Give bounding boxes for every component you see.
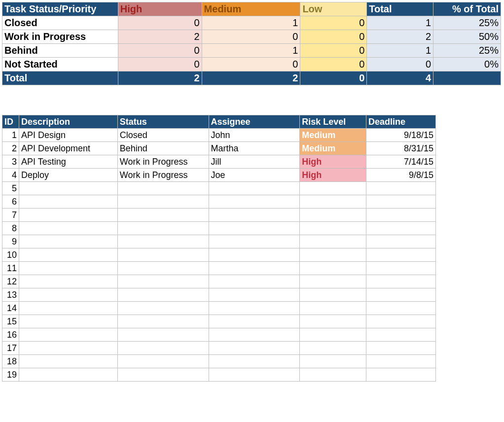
cell[interactable] xyxy=(300,209,366,222)
task-risk[interactable]: Medium xyxy=(300,142,366,155)
col-assignee[interactable]: Assignee xyxy=(209,115,300,129)
task-deadline[interactable]: 7/14/15 xyxy=(366,155,436,169)
task-assignee[interactable]: John xyxy=(209,129,300,142)
cell[interactable]: 0 xyxy=(118,58,202,71)
task-status[interactable]: Behind xyxy=(117,142,209,155)
cell[interactable] xyxy=(366,275,436,288)
cell[interactable]: 0 xyxy=(300,58,367,71)
task-table[interactable]: ID Description Status Assignee Risk Leve… xyxy=(2,115,436,382)
row-label[interactable]: Behind xyxy=(2,44,118,58)
row-label[interactable]: Closed xyxy=(2,16,118,30)
cell[interactable] xyxy=(117,368,209,382)
cell[interactable] xyxy=(19,275,117,288)
cell[interactable] xyxy=(19,195,117,209)
cell[interactable] xyxy=(209,182,300,195)
cell[interactable]: 25% xyxy=(433,16,501,30)
cell[interactable] xyxy=(366,315,436,328)
col-medium[interactable]: Medium xyxy=(202,2,300,16)
cell[interactable]: 2 xyxy=(118,30,202,44)
cell[interactable] xyxy=(117,302,209,315)
cell[interactable] xyxy=(300,302,366,315)
cell[interactable] xyxy=(19,288,117,302)
cell[interactable] xyxy=(300,262,366,275)
cell[interactable] xyxy=(300,275,366,288)
task-id[interactable]: 4 xyxy=(2,169,19,182)
cell[interactable] xyxy=(366,195,436,209)
task-id[interactable]: 6 xyxy=(2,195,19,209)
cell[interactable] xyxy=(117,262,209,275)
task-id[interactable]: 2 xyxy=(2,142,19,155)
task-status[interactable]: Closed xyxy=(117,129,209,142)
col-id[interactable]: ID xyxy=(2,115,19,129)
cell[interactable] xyxy=(117,235,209,248)
col-deadline[interactable]: Deadline xyxy=(366,115,436,129)
cell[interactable]: 2 xyxy=(367,30,433,44)
cell[interactable] xyxy=(366,288,436,302)
row-label[interactable]: Work in Progress xyxy=(2,30,118,44)
cell[interactable] xyxy=(366,235,436,248)
col-description[interactable]: Description xyxy=(19,115,117,129)
totals-high[interactable]: 2 xyxy=(118,71,202,85)
cell[interactable] xyxy=(366,209,436,222)
task-id[interactable]: 13 xyxy=(2,288,19,302)
task-assignee[interactable]: Jill xyxy=(209,155,300,169)
cell[interactable] xyxy=(300,182,366,195)
cell[interactable] xyxy=(209,342,300,355)
task-assignee[interactable]: Martha xyxy=(209,142,300,155)
cell[interactable] xyxy=(300,222,366,235)
cell[interactable] xyxy=(19,368,117,382)
task-description[interactable]: API Testing xyxy=(19,155,117,169)
cell[interactable] xyxy=(209,302,300,315)
task-id[interactable]: 19 xyxy=(2,368,19,382)
cell[interactable] xyxy=(300,235,366,248)
cell[interactable] xyxy=(117,195,209,209)
cell[interactable] xyxy=(19,248,117,262)
cell[interactable] xyxy=(19,235,117,248)
cell[interactable] xyxy=(117,342,209,355)
cell[interactable] xyxy=(209,368,300,382)
cell[interactable] xyxy=(19,315,117,328)
cell[interactable] xyxy=(19,355,117,368)
col-risk[interactable]: Risk Level xyxy=(300,115,366,129)
cell[interactable] xyxy=(19,222,117,235)
cell[interactable] xyxy=(300,342,366,355)
task-id[interactable]: 18 xyxy=(2,355,19,368)
totals-pct[interactable] xyxy=(433,71,501,85)
cell[interactable] xyxy=(117,248,209,262)
cell[interactable] xyxy=(117,182,209,195)
cell[interactable]: 0 xyxy=(300,44,367,58)
cell[interactable] xyxy=(117,355,209,368)
task-id[interactable]: 3 xyxy=(2,155,19,169)
totals-total[interactable]: 4 xyxy=(367,71,433,85)
cell[interactable]: 0 xyxy=(118,16,202,30)
task-id[interactable]: 8 xyxy=(2,222,19,235)
cell[interactable] xyxy=(366,262,436,275)
task-id[interactable]: 12 xyxy=(2,275,19,288)
cell[interactable] xyxy=(209,209,300,222)
task-risk[interactable]: High xyxy=(300,155,366,169)
cell[interactable] xyxy=(209,262,300,275)
cell[interactable] xyxy=(300,355,366,368)
cell[interactable]: 0 xyxy=(202,58,300,71)
task-id[interactable]: 10 xyxy=(2,248,19,262)
cell[interactable] xyxy=(117,209,209,222)
task-id[interactable]: 17 xyxy=(2,342,19,355)
cell[interactable]: 1 xyxy=(202,16,300,30)
cell[interactable]: 0 xyxy=(300,16,367,30)
cell[interactable] xyxy=(300,288,366,302)
cell[interactable] xyxy=(300,368,366,382)
cell[interactable] xyxy=(19,328,117,342)
summary-table[interactable]: Task Status/Priority High Medium Low Tot… xyxy=(2,2,501,85)
task-id[interactable]: 16 xyxy=(2,328,19,342)
cell[interactable] xyxy=(366,328,436,342)
task-id[interactable]: 14 xyxy=(2,302,19,315)
cell[interactable]: 50% xyxy=(433,30,501,44)
task-id[interactable]: 11 xyxy=(2,262,19,275)
cell[interactable] xyxy=(209,355,300,368)
cell[interactable] xyxy=(209,195,300,209)
cell[interactable]: 0% xyxy=(433,58,501,71)
cell[interactable] xyxy=(117,275,209,288)
cell[interactable] xyxy=(366,342,436,355)
cell[interactable] xyxy=(209,328,300,342)
cell[interactable] xyxy=(209,288,300,302)
